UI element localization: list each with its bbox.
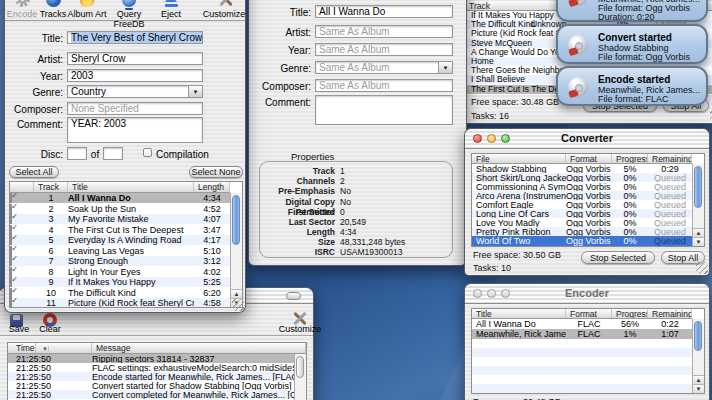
track-checkbox[interactable] [10, 288, 12, 298]
artist-field[interactable]: Same As Album [315, 25, 453, 38]
table-row[interactable]: 5Everyday Is A Winding Road4:17 [10, 235, 230, 245]
table-row[interactable]: All I Wanna DoFLAC56%0:22 [472, 319, 692, 329]
table-row[interactable]: 7Strong Enough3:12 [10, 256, 230, 266]
comment-field[interactable]: YEAR: 2003 [67, 117, 203, 143]
notification-encode-started[interactable]: Encode started Meanwhile, Rick James... … [556, 66, 708, 106]
year-field[interactable]: 2003 [67, 69, 203, 82]
column-header-title[interactable]: Title [68, 182, 194, 192]
encoder-titlebar[interactable]: Encoder [465, 284, 709, 304]
track-checkbox[interactable] [10, 214, 12, 224]
column-header-format[interactable]: Format [566, 154, 612, 163]
table-row-selected[interactable]: 1All I Wanna Do4:34 [10, 193, 230, 203]
composer-field[interactable]: None Specified [67, 102, 203, 115]
toolbar-toggle-icon[interactable] [286, 292, 301, 300]
track-checkbox[interactable] [10, 246, 12, 256]
stop-selected-button[interactable]: Stop Selected [581, 251, 655, 264]
eject-button[interactable]: Eject [146, 9, 196, 19]
track-checkbox[interactable] [10, 277, 12, 287]
genre-combobox[interactable]: Same As Album ▾ [315, 61, 453, 74]
chevron-down-icon[interactable]: ▾ [188, 86, 202, 97]
resize-grip[interactable] [696, 262, 708, 274]
chevron-down-icon[interactable]: ▾ [438, 62, 452, 73]
table-row-selected[interactable]: World Of TwoOgg Vorbis0%Queued [472, 236, 692, 246]
table-row[interactable]: 10The Difficult Kind6:20 [10, 287, 230, 298]
column-header-message[interactable]: Message [92, 343, 306, 353]
column-header-title[interactable]: Title [472, 309, 566, 318]
table-row[interactable]: 6Leaving Las Vegas5:10 [10, 245, 230, 256]
vertical-scrollbar[interactable]: ▲ ▼ [692, 319, 704, 393]
table-row[interactable]: 3My Favorite Mistake4:07 [10, 214, 230, 224]
table-row[interactable]: 2Soak Up the Sun4:52 [10, 203, 230, 214]
column-header-remaining[interactable]: Remaining [648, 309, 692, 318]
table-row-selected[interactable]: Meanwhile, Rick James...FLAC1%1:07 [472, 329, 692, 339]
customize-icon[interactable] [289, 306, 311, 326]
table-row[interactable]: Comfort EagleOgg Vorbis0%Queued [472, 200, 692, 209]
table-row[interactable]: Commissioning A Sympho...Ogg Vorbis0%Que… [472, 182, 692, 191]
cell-title: If It Makes You Happy [68, 277, 194, 287]
compilation-checkbox[interactable] [143, 148, 152, 157]
table-row[interactable]: 9If It Makes You Happy5:25 [10, 277, 230, 287]
converter-titlebar[interactable]: Converter [465, 129, 709, 149]
select-all-button[interactable]: Select All [9, 166, 59, 178]
track-checkbox[interactable] [10, 256, 12, 266]
column-header-file[interactable]: File [472, 154, 566, 163]
scroll-down-icon[interactable]: ▼ [693, 237, 704, 246]
column-header-checkbox[interactable] [10, 182, 34, 192]
track-checkbox[interactable] [10, 298, 12, 308]
table-row[interactable]: 21:25:50Encode started for Meanwhile, Ri… [8, 372, 294, 381]
vertical-scrollbar[interactable]: ▲ ▼ [692, 164, 704, 246]
title-field[interactable]: All I Wanna Do [315, 5, 453, 18]
table-row[interactable]: 8Light In Your Eyes4:02 [10, 266, 230, 277]
column-header-remaining[interactable]: Remaining [648, 154, 692, 163]
table-row[interactable]: Love You MadlyOgg Vorbis0%Queued [472, 218, 692, 227]
scroll-up-icon[interactable]: ▲ [693, 375, 704, 384]
disc-number-field[interactable] [67, 147, 87, 160]
scrollbar-thumb[interactable] [694, 166, 702, 208]
scroll-up-icon[interactable]: ▲ [231, 289, 242, 298]
column-header-format[interactable]: Format [566, 309, 612, 318]
disc-total-field[interactable] [103, 147, 123, 160]
year-field[interactable]: Same As Album [315, 43, 453, 56]
track-checkbox[interactable] [10, 267, 12, 277]
table-row[interactable]: Pretty Pink RibbonOgg Vorbis0%Queued [472, 227, 692, 236]
composer-field[interactable]: Same As Album [315, 79, 453, 92]
customize-button[interactable]: Customize [199, 9, 249, 19]
table-row[interactable]: Shadow StabbingOgg Vorbis5%0:29 [472, 164, 692, 173]
column-header-length[interactable]: Length [194, 182, 230, 192]
table-row[interactable]: Short Skirt/Long JacketOgg Vorbis0%Queue… [472, 173, 692, 182]
notification-convert-completed[interactable]: Meanwhile, Rick James... File format: Og… [556, 0, 708, 22]
customize-button[interactable]: Customize [275, 324, 325, 334]
track-checkbox[interactable] [10, 225, 12, 235]
track-checkbox[interactable] [10, 193, 12, 203]
column-header-progress[interactable]: Progress [612, 154, 648, 163]
artist-field[interactable]: Sheryl Crow [67, 52, 203, 65]
scrollbar-thumb[interactable] [232, 195, 240, 245]
table-row[interactable]: 4The First Cut Is The Deepest3:47 [10, 224, 230, 235]
table-row[interactable]: 21:25:50FLAC settings: exhaustiveModelSe… [8, 363, 294, 372]
scroll-down-icon[interactable]: ▼ [693, 384, 704, 393]
vertical-scrollbar[interactable] [294, 354, 306, 400]
table-row[interactable]: Long Line Of CarsOgg Vorbis0%Queued [472, 209, 692, 218]
table-row-selected[interactable]: 21:25:50Ripping sectors 31814 - 32837 [8, 354, 294, 363]
scrollbar-thumb[interactable] [694, 321, 702, 351]
column-header-progress[interactable]: Progress [612, 309, 648, 318]
resize-grip[interactable] [232, 299, 244, 311]
property-value: 20,549 [340, 217, 366, 227]
column-header-time[interactable]: Time ▼ [8, 343, 92, 353]
genre-combobox[interactable]: Country ▾ [67, 85, 203, 98]
track-checkbox[interactable] [10, 204, 12, 214]
notification-convert-started[interactable]: Convert started Shadow Stabbing File for… [556, 24, 708, 64]
track-checkbox[interactable] [10, 235, 12, 245]
table-row[interactable]: 11Picture (Kid Rock feat Sheryl Crow)4:5… [10, 298, 230, 308]
select-none-button[interactable]: Select None [189, 166, 243, 178]
table-row[interactable]: 21:25:50Convert completed for Meanwhile,… [8, 390, 294, 399]
column-header-track[interactable]: Track [34, 182, 68, 192]
clear-button[interactable]: Clear [25, 324, 75, 334]
scroll-up-icon[interactable]: ▲ [693, 228, 704, 237]
table-row[interactable]: Arco Arena (Instrumental)Ogg Vorbis0%Que… [472, 191, 692, 200]
table-row[interactable]: 21:25:50Convert started for Shadow Stabb… [8, 381, 294, 390]
scrollbar-thumb[interactable] [296, 356, 304, 378]
comment-field[interactable] [315, 95, 453, 125]
title-field[interactable]: The Very Best of Sheryl Crow [67, 31, 203, 44]
vertical-scrollbar[interactable]: ▲ ▼ [230, 193, 242, 307]
